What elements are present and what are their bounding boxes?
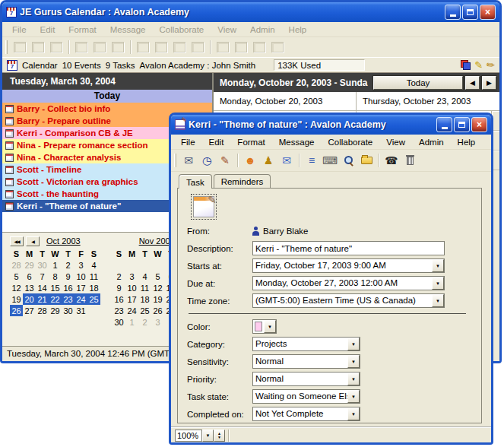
- zoom-spinner[interactable]: ▲▼: [214, 430, 225, 442]
- day-cell[interactable]: 22: [49, 293, 62, 305]
- minimize-button[interactable]: [445, 5, 461, 20]
- day-cell[interactable]: 6: [23, 271, 36, 282]
- day-cell[interactable]: 10: [125, 282, 138, 293]
- starts-at-dropdown[interactable]: Friday, October 17, 2003 9:00 AM ▼: [252, 258, 445, 273]
- day-cell[interactable]: 7: [36, 271, 49, 282]
- week-column-1[interactable]: Monday, October 20, 2003: [214, 97, 356, 106]
- timezone-dropdown[interactable]: (GMT-5:00) Eastern Time (US & Canada) ▼: [252, 293, 445, 308]
- day-cell[interactable]: 19: [10, 293, 23, 305]
- day-cell[interactable]: 23: [113, 305, 125, 316]
- day-cell[interactable]: 1: [49, 259, 62, 271]
- pencil-icon[interactable]: ✎: [474, 59, 483, 71]
- dialog-close-button[interactable]: ×: [471, 117, 487, 132]
- day-cell[interactable]: 3: [74, 259, 87, 271]
- week-column-2[interactable]: Thursday, October 23, 2003: [357, 97, 499, 106]
- chevron-down-icon[interactable]: ▼: [432, 277, 444, 290]
- task-icon[interactable]: [193, 196, 214, 217]
- alarm-clock-icon[interactable]: [198, 152, 216, 169]
- day-cell[interactable]: 25: [138, 305, 151, 316]
- day-cell[interactable]: 2: [62, 259, 74, 271]
- day-cell[interactable]: 17: [125, 293, 138, 305]
- completed-on-dropdown[interactable]: Not Yet Complete ▼: [252, 407, 360, 421]
- forward-mail-icon[interactable]: [277, 152, 296, 169]
- attendee-icon[interactable]: [259, 152, 277, 169]
- day-cell[interactable]: 30: [36, 259, 49, 271]
- day-cell[interactable]: 19: [151, 293, 164, 305]
- day-cell[interactable]: 13: [23, 282, 36, 293]
- toolbar-grip[interactable]: [5, 40, 8, 54]
- task-edit-icon[interactable]: [216, 152, 234, 169]
- day-cell[interactable]: 26: [10, 305, 23, 316]
- day-cell[interactable]: 29: [49, 305, 62, 316]
- day-cell[interactable]: 10: [74, 271, 87, 282]
- day-cell[interactable]: 28: [36, 305, 49, 316]
- menu-view[interactable]: View: [379, 138, 412, 147]
- day-cell[interactable]: 29: [23, 259, 36, 271]
- day-cell[interactable]: 2: [138, 316, 151, 328]
- day-cell[interactable]: 9: [113, 282, 125, 293]
- day-cell[interactable]: 3: [125, 271, 138, 282]
- day-cell[interactable]: 8: [49, 271, 62, 282]
- menu-help[interactable]: Help: [451, 138, 483, 147]
- toolbar-grip[interactable]: [174, 154, 176, 167]
- day-cell[interactable]: 16: [113, 293, 125, 305]
- priority-dropdown[interactable]: Normal ▼: [252, 372, 360, 386]
- day-cell[interactable]: 28: [10, 259, 23, 271]
- day-cell[interactable]: 4: [138, 271, 151, 282]
- mail-date-icon[interactable]: [179, 152, 198, 169]
- day-cell[interactable]: 24: [74, 293, 87, 305]
- chevron-down-icon[interactable]: ▼: [347, 355, 360, 368]
- chevron-down-icon[interactable]: ▼: [432, 259, 444, 272]
- delete-trash-icon[interactable]: [401, 152, 419, 169]
- day-cell[interactable]: 4: [87, 259, 100, 271]
- day-cell[interactable]: 1: [125, 316, 138, 328]
- menu-edit[interactable]: Edit: [202, 138, 231, 147]
- menu-collaborate[interactable]: Collaborate: [321, 138, 379, 147]
- chevron-down-icon[interactable]: ▼: [264, 320, 276, 333]
- menu-file[interactable]: File: [174, 138, 202, 147]
- day-cell[interactable]: 9: [62, 271, 74, 282]
- due-at-dropdown[interactable]: Monday, October 27, 2003 12:00 AM ▼: [252, 276, 445, 290]
- zoom-level[interactable]: 100%: [175, 430, 202, 442]
- notes-list-icon[interactable]: [303, 152, 321, 169]
- task-state-dropdown[interactable]: Waiting on Someone Else ▼: [252, 389, 360, 404]
- day-cell[interactable]: 23: [62, 293, 74, 305]
- day-cell[interactable]: 27: [23, 305, 36, 316]
- day-cell[interactable]: 20: [23, 293, 36, 305]
- day-cell[interactable]: 14: [36, 282, 49, 293]
- day-cell[interactable]: 18: [138, 293, 151, 305]
- day-cell[interactable]: 31: [74, 305, 87, 316]
- day-cell[interactable]: 18: [87, 282, 100, 293]
- chevron-down-icon[interactable]: ▼: [347, 407, 360, 420]
- pages-icon[interactable]: [461, 60, 471, 70]
- dialog-maximize-button[interactable]: [454, 117, 470, 132]
- day-cell[interactable]: 24: [125, 305, 138, 316]
- description-input[interactable]: [252, 241, 445, 255]
- day-cell[interactable]: 15: [49, 282, 62, 293]
- prev-month-button[interactable]: ◀: [26, 236, 40, 246]
- day-cell[interactable]: 16: [62, 282, 74, 293]
- day-cell[interactable]: 11: [87, 271, 100, 282]
- pen-icon[interactable]: ✎: [484, 58, 498, 72]
- chevron-down-icon[interactable]: ▼: [347, 338, 360, 350]
- color-dropdown[interactable]: ▼: [252, 319, 277, 334]
- folder-icon[interactable]: [357, 152, 376, 169]
- day-cell[interactable]: 11: [138, 282, 151, 293]
- menu-message[interactable]: Message: [272, 138, 322, 147]
- prev-week-button[interactable]: ◀: [465, 76, 480, 90]
- day-cell[interactable]: 3: [151, 316, 164, 328]
- menu-admin[interactable]: Admin: [412, 138, 451, 147]
- prev-year-button[interactable]: ◀◀: [10, 236, 24, 246]
- maximize-button[interactable]: [462, 5, 478, 20]
- keyboard-user-icon[interactable]: [321, 152, 339, 169]
- tab-reminders[interactable]: Reminders: [214, 174, 271, 188]
- day-cell[interactable]: 30: [62, 305, 74, 316]
- day-cell[interactable]: 25: [87, 293, 100, 305]
- search-icon[interactable]: [339, 152, 357, 169]
- day-cell[interactable]: 21: [36, 293, 49, 305]
- chevron-down-icon[interactable]: ▼: [347, 390, 360, 403]
- today-button[interactable]: Today: [373, 76, 463, 90]
- day-cell[interactable]: 12: [151, 282, 164, 293]
- day-cell[interactable]: 26: [151, 305, 164, 316]
- day-cell[interactable]: 2: [113, 271, 125, 282]
